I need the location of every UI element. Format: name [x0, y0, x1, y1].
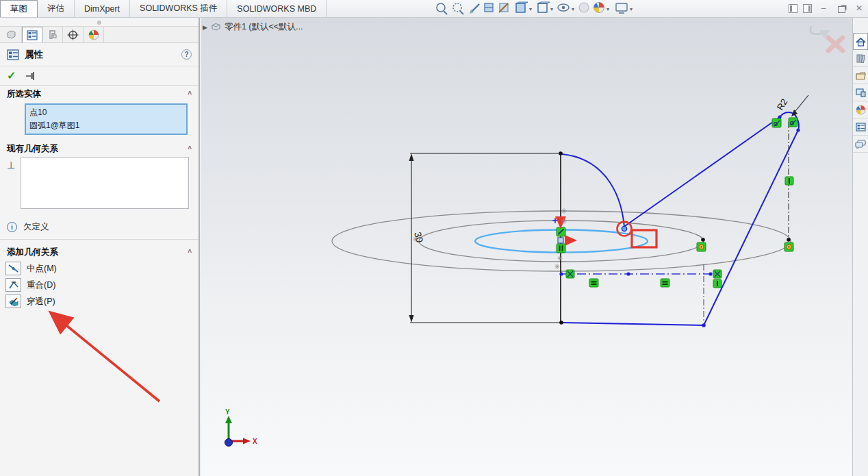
tab-configurationmanager[interactable]	[42, 27, 63, 42]
tab-propertymanager[interactable]	[22, 27, 42, 42]
axis-x-label: X	[253, 438, 257, 445]
ok-button[interactable]: ✓	[7, 69, 16, 82]
selected-entities-title: 所选实体	[7, 88, 41, 100]
graphics-area[interactable]: ▶ 零件1 (默认<<默认...	[201, 18, 852, 476]
panel-header: 属性 ?	[0, 43, 199, 66]
add-relations-title: 添加几何关系	[7, 247, 58, 258]
folder-icon	[856, 71, 866, 80]
previous-view-icon[interactable]	[470, 4, 479, 14]
close-button[interactable]: ✕	[853, 2, 865, 14]
vertical-relation-icon	[785, 177, 793, 185]
window-controls: – ✕	[789, 2, 865, 14]
perpendicular-icon: ⊥	[7, 157, 21, 209]
display-style-icon[interactable]: ▾	[538, 2, 553, 12]
svg-text:▾: ▾	[550, 6, 553, 12]
manager-tabs	[0, 27, 199, 43]
centerline-horizontal[interactable]	[559, 272, 712, 275]
forum-button[interactable]	[853, 136, 868, 153]
collapse-left-pane-icon[interactable]	[789, 4, 797, 13]
coincident-label: 重合(D)	[27, 279, 55, 291]
part-icon	[5, 29, 17, 40]
tab-evaluate[interactable]: 评估	[38, 0, 75, 17]
svg-text:▾: ▾	[529, 6, 532, 12]
tangent-relation-icon	[789, 118, 797, 127]
hide-show-items-icon[interactable]: ▾	[558, 4, 574, 12]
chevron-up-icon: ^	[188, 249, 192, 256]
definition-status: 欠定义	[23, 221, 49, 233]
configuration-icon	[47, 29, 58, 40]
status-row: i 欠定义	[0, 214, 199, 240]
home-button[interactable]	[853, 33, 868, 50]
svg-text:✳: ✳	[561, 207, 567, 215]
pierce-icon	[8, 297, 20, 307]
title-bar: 草图 评估 DimXpert SOLIDWORKS 插件 SOLIDWORKS …	[0, 0, 868, 18]
add-relations-header[interactable]: 添加几何关系 ^	[0, 244, 199, 260]
selected-entities-listbox[interactable]: 点10 圆弧1@草图1	[25, 103, 188, 135]
tab-sketch[interactable]: 草图	[0, 0, 38, 17]
equal-relation-icon	[589, 279, 598, 287]
existing-relations-title: 现有几何关系	[7, 143, 58, 155]
appearance-sphere-icon	[856, 105, 866, 115]
existing-relations-header[interactable]: 现有几何关系 ^	[0, 140, 199, 157]
pierce-label: 穿透(P)	[27, 296, 55, 308]
pin-icon[interactable]	[25, 71, 38, 81]
sketch-black-lines[interactable]	[410, 153, 561, 323]
property-list-icon	[27, 30, 38, 40]
tab-featuremanager[interactable]	[1, 27, 22, 42]
task-pane	[852, 18, 868, 476]
edit-appearance-icon[interactable]	[579, 3, 589, 12]
selected-entity-item[interactable]: 点10	[29, 106, 183, 119]
axis-y-label: Y	[225, 408, 230, 416]
tab-displaymanager[interactable]	[84, 27, 104, 42]
minimize-button[interactable]: –	[817, 2, 830, 14]
tab-solidworks-addins[interactable]: SOLIDWORKS 插件	[130, 0, 227, 17]
property-manager-panel: 属性 ? ✓ 所选实体 ^ 点10 圆弧1@草图1 现有几何关系 ^ ⊥ i 欠…	[0, 18, 200, 476]
pierce-relation-button[interactable]: 穿透(P)	[0, 293, 199, 310]
books-icon	[856, 53, 865, 63]
help-icon[interactable]: ?	[181, 49, 192, 60]
appearances-button[interactable]	[853, 101, 868, 118]
apply-scene-icon[interactable]: ▾	[594, 3, 610, 13]
coincident-relation-button[interactable]: 重合(D)	[0, 277, 199, 293]
target-icon	[67, 29, 79, 40]
midpoint-relation-button[interactable]: 中点(M)	[0, 260, 199, 277]
coincident-relation-icon	[713, 270, 722, 278]
properties-icon	[7, 49, 19, 60]
design-library-button[interactable]	[853, 50, 868, 67]
sketch-canvas[interactable]: 30 R2	[201, 18, 852, 476]
tangent-relation-icon	[557, 227, 565, 236]
selected-entities-header[interactable]: 所选实体 ^	[0, 86, 199, 102]
collapse-right-pane-icon[interactable]	[803, 4, 812, 13]
svg-text:✳: ✳	[412, 235, 418, 243]
restore-button[interactable]	[835, 2, 847, 14]
file-explorer-button[interactable]	[853, 67, 868, 84]
view-orientation-icon[interactable]: ▾	[516, 2, 532, 12]
panel-collapse-handle[interactable]	[97, 21, 101, 25]
fix-relation-icon	[784, 242, 793, 251]
sketch-blue-profile[interactable]	[561, 112, 799, 325]
dimension-r2-text: R2	[775, 97, 790, 112]
view-palette-icon	[856, 88, 866, 97]
zoom-fit-icon[interactable]	[437, 3, 447, 14]
svg-text:✳: ✳	[554, 262, 560, 271]
heads-up-toolbar: ▾ ▾ ▾ ▾ ▾	[433, 0, 645, 18]
view-palette-button[interactable]	[853, 84, 868, 101]
selected-entity-item[interactable]: 圆弧1@草图1	[29, 119, 183, 132]
midpoint-icon	[8, 264, 20, 274]
relation-badges	[557, 118, 797, 288]
coincident-relation-icon	[566, 270, 574, 278]
command-manager-tabs: 草图 评估 DimXpert SOLIDWORKS 插件 SOLIDWORKS …	[0, 0, 327, 17]
section-view-icon[interactable]	[485, 3, 493, 12]
tab-dimxpertmanager[interactable]	[63, 27, 84, 42]
zoom-area-icon[interactable]	[453, 3, 463, 14]
tab-dimxpert[interactable]: DimXpert	[75, 0, 130, 17]
sketch-view-icon[interactable]	[499, 3, 508, 12]
existing-relations-listbox[interactable]	[21, 157, 189, 209]
panel-title: 属性	[25, 49, 43, 61]
tab-solidworks-mbd[interactable]: SOLIDWORKS MBD	[227, 0, 327, 17]
home-icon	[856, 37, 866, 47]
custom-properties-button[interactable]	[853, 118, 868, 136]
chat-bubbles-icon	[855, 140, 866, 149]
view-settings-icon[interactable]: ▾	[616, 3, 633, 13]
chevron-up-icon: ^	[188, 145, 192, 153]
